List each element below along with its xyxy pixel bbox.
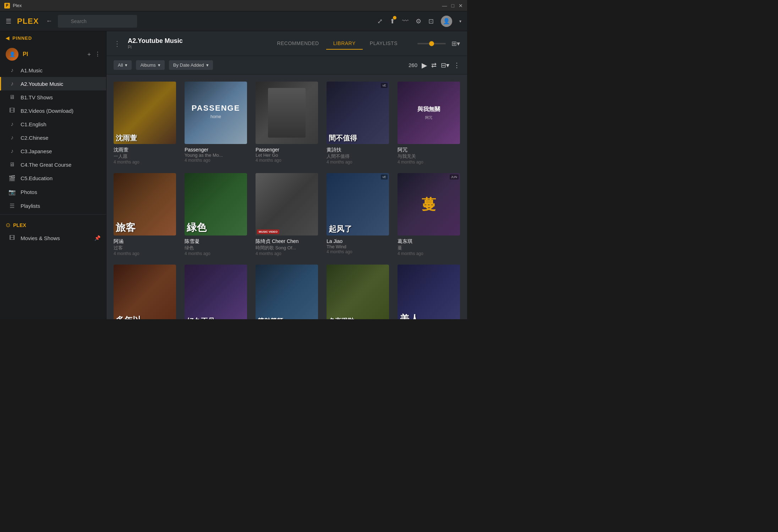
album-art-text: 緑色 bbox=[187, 222, 245, 233]
play-button[interactable]: ▶ bbox=[422, 61, 427, 70]
album-date: 4 months ago bbox=[185, 158, 247, 163]
album-subtitle: 与我无关 bbox=[398, 153, 460, 160]
content-header-dots[interactable]: ⋮ bbox=[114, 39, 121, 48]
sidebar-item-label: C2.Chinese bbox=[21, 135, 48, 141]
filter-albums-button[interactable]: Albums ▾ bbox=[136, 60, 164, 70]
maximize-button[interactable]: □ bbox=[451, 3, 454, 9]
album-date: 4 months ago bbox=[114, 251, 176, 256]
sidebar-item-c1-english[interactable]: ♪ C1.English bbox=[0, 117, 106, 131]
sidebar-item-b1-tvshows[interactable]: 🖥 B1.TV Shows bbox=[0, 90, 106, 104]
album-subtitle: Let Her Go bbox=[256, 153, 318, 158]
tab-library[interactable]: LIBRARY bbox=[326, 38, 363, 50]
add-user-button[interactable]: ＋ bbox=[86, 51, 92, 58]
album-subtitle: 一人愿 bbox=[114, 153, 176, 160]
fullscreen-button[interactable]: ⤢ bbox=[377, 17, 383, 25]
app-icon: P bbox=[4, 3, 10, 9]
sort-list-button[interactable]: ⊟▾ bbox=[441, 61, 449, 69]
sidebar-item-label: Photos bbox=[21, 189, 37, 195]
album-art-content: 蔓 bbox=[398, 173, 460, 235]
album-thumbnail bbox=[256, 82, 318, 144]
album-art-portrait bbox=[256, 82, 318, 144]
sort-label: By Date Added bbox=[173, 62, 204, 68]
music-icon: ♪ bbox=[9, 67, 16, 73]
album-card[interactable]: JUN 蔓 葛东琪 蔓 4 months ago bbox=[398, 173, 460, 256]
content-title: A2.Youtube Music bbox=[128, 37, 264, 45]
album-date: 4 months ago bbox=[256, 158, 318, 163]
album-thumbnail: 與我無關 阿冗 bbox=[398, 82, 460, 144]
sidebar-item-b2-videos[interactable]: 🎞 B2.Videos (Download) bbox=[0, 104, 106, 117]
plex-logo: PLEX bbox=[17, 17, 39, 26]
album-card[interactable]: vE 起风了 La Jiao The Wind 4 months ago bbox=[327, 173, 389, 256]
sidebar-item-c2-chinese[interactable]: ♪ C2.Chinese bbox=[0, 131, 106, 144]
tab-playlists[interactable]: PLAYLISTS bbox=[363, 38, 405, 50]
more-options-button[interactable]: ⋮ bbox=[454, 61, 460, 69]
hamburger-menu-icon[interactable]: ☰ bbox=[6, 17, 11, 25]
avatar-chevron[interactable]: ▾ bbox=[459, 19, 461, 24]
sidebar-item-movies-shows[interactable]: 🎞 Movies & Shows 📌 bbox=[0, 231, 106, 245]
sidebar-item-c5-education[interactable]: 🎬 C5.Education bbox=[0, 171, 106, 185]
album-thumbnail: PASSENGE home bbox=[185, 82, 247, 144]
content-area: ⋮ A2.Youtube Music Pi RECOMMENDED LIBRAR… bbox=[106, 31, 467, 319]
album-card[interactable]: 緑色 陈雪凝 绿色 4 months ago bbox=[185, 173, 247, 256]
slider-track[interactable] bbox=[417, 43, 446, 44]
album-card[interactable]: 美人 bbox=[398, 265, 460, 319]
search-input[interactable] bbox=[58, 15, 137, 28]
filter-albums-label: Albums bbox=[140, 62, 155, 68]
album-thumbnail: 美人 bbox=[398, 265, 460, 319]
album-card[interactable]: 色高跟鞋 bbox=[327, 265, 389, 319]
album-card[interactable]: 旅客 阿涵 过客 4 months ago bbox=[114, 173, 176, 256]
shuffle-button[interactable]: ⇄ bbox=[431, 61, 437, 69]
album-card[interactable]: 魑魅魍魉 bbox=[256, 265, 318, 319]
user-more-button[interactable]: ⋮ bbox=[95, 51, 100, 58]
album-art-text: 旅客 bbox=[116, 222, 174, 233]
album-art-text: 沈雨萱 bbox=[116, 134, 174, 142]
album-thumbnail: 好久不见 bbox=[185, 265, 247, 319]
content-subtitle: Pi bbox=[128, 45, 264, 50]
album-date: 4 months ago bbox=[114, 160, 176, 165]
sidebar-item-label: B1.TV Shows bbox=[21, 94, 53, 100]
album-thumbnail: 旅客 bbox=[114, 173, 176, 235]
cast-button[interactable]: ⊡ bbox=[428, 17, 434, 25]
album-card[interactable]: 好久不见 bbox=[185, 265, 247, 319]
album-card[interactable]: Passenger Let Her Go 4 months ago bbox=[256, 82, 318, 165]
sidebar-item-photos[interactable]: 📷 Photos bbox=[0, 185, 106, 199]
album-card[interactable]: 與我無關 阿冗 阿冗 与我无关 4 months ago bbox=[398, 82, 460, 165]
content-header: ⋮ A2.Youtube Music Pi RECOMMENDED LIBRAR… bbox=[106, 31, 467, 56]
album-art-text: 美人 bbox=[400, 314, 458, 319]
sidebar: ◀ PINNED 👤 PI ＋ ⋮ ♪ A1.Music ♪ A2.Youtub… bbox=[0, 31, 106, 319]
sort-button[interactable]: By Date Added ▾ bbox=[169, 60, 213, 70]
avatar[interactable]: 👤 bbox=[441, 16, 452, 27]
update-indicator bbox=[393, 16, 396, 20]
app-title: Plex bbox=[13, 3, 439, 8]
album-card[interactable]: MUSIC VIDEO 陈绮贞 Cheer Chen 時間的歌 Song Of.… bbox=[256, 173, 318, 256]
avatar: 👤 bbox=[6, 48, 18, 61]
sidebar-item-c3-japanese[interactable]: ♪ C3.Japanese bbox=[0, 144, 106, 158]
sidebar-item-playlists[interactable]: ☰ Playlists bbox=[0, 199, 106, 213]
album-subtitle: 人間不值得 bbox=[327, 153, 389, 160]
sidebar-item-c4-great-course[interactable]: 🖥 C4.The Great Course bbox=[0, 158, 106, 171]
sidebar-item-a1-music[interactable]: ♪ A1.Music bbox=[0, 63, 106, 77]
albums-grid: 沈雨萱 沈雨萱 一人愿 4 months ago PASSENGE home P… bbox=[114, 82, 460, 319]
settings-button[interactable]: ⚙ bbox=[416, 17, 421, 25]
album-subtitle: 过客 bbox=[114, 245, 176, 251]
content-tabs: RECOMMENDED LIBRARY PLAYLISTS bbox=[270, 38, 405, 50]
album-card[interactable]: PASSENGE home Passenger Young as the Mo.… bbox=[185, 82, 247, 165]
sidebar-item-label: Movies & Shows bbox=[21, 235, 60, 241]
close-button[interactable]: ✕ bbox=[459, 3, 463, 9]
music-icon: ♪ bbox=[9, 148, 16, 154]
grid-view-button[interactable]: ⊞▾ bbox=[451, 40, 460, 48]
album-title: 黄詩扶 bbox=[327, 147, 389, 153]
album-card[interactable]: 沈雨萱 沈雨萱 一人愿 4 months ago bbox=[114, 82, 176, 165]
album-card[interactable]: 多年以 bbox=[114, 265, 176, 319]
minimize-button[interactable]: — bbox=[442, 3, 447, 9]
back-button[interactable]: ← bbox=[46, 17, 52, 25]
slider-thumb[interactable] bbox=[429, 41, 434, 46]
sidebar-item-a2-youtube[interactable]: ♪ A2.Youtube Music bbox=[0, 77, 106, 90]
album-card[interactable]: vE 間不值得 黄詩扶 人間不值得 4 months ago bbox=[327, 82, 389, 165]
tab-recommended[interactable]: RECOMMENDED bbox=[270, 38, 326, 50]
filter-albums-chevron: ▾ bbox=[158, 62, 160, 68]
sort-chevron: ▾ bbox=[206, 62, 209, 68]
header: ☰ PLEX ← 🔍 ⤢ ⬆ 〰 ⚙ ⊡ 👤 ▾ bbox=[0, 11, 467, 31]
plex-section: ⊙ PLEX bbox=[0, 216, 106, 231]
filter-all-button[interactable]: All ▾ bbox=[114, 60, 132, 70]
